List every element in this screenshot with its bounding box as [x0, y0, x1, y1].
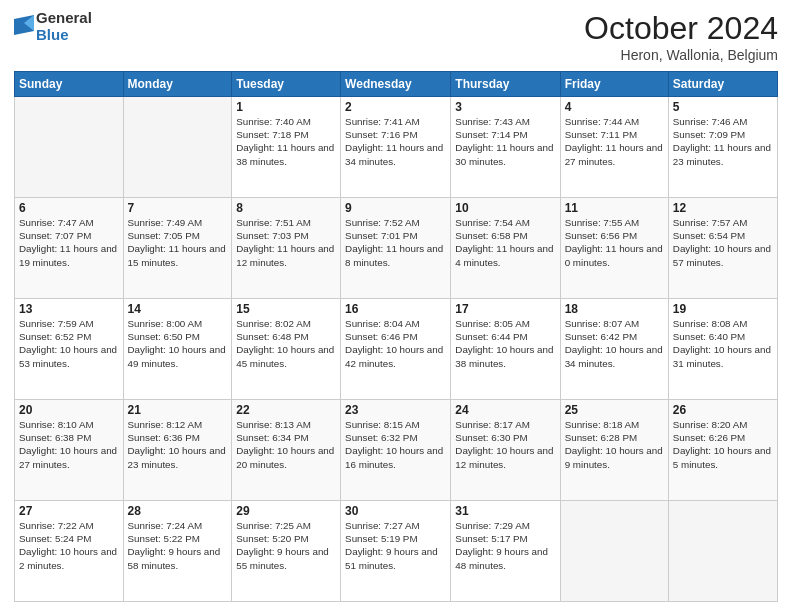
title-block: October 2024 Heron, Wallonia, Belgium	[584, 10, 778, 63]
day-info: Sunrise: 7:27 AM Sunset: 5:19 PM Dayligh…	[345, 519, 446, 572]
day-number: 13	[19, 302, 119, 316]
day-info: Sunrise: 8:20 AM Sunset: 6:26 PM Dayligh…	[673, 418, 773, 471]
day-info: Sunrise: 7:29 AM Sunset: 5:17 PM Dayligh…	[455, 519, 555, 572]
day-info: Sunrise: 8:18 AM Sunset: 6:28 PM Dayligh…	[565, 418, 664, 471]
calendar-cell: 23Sunrise: 8:15 AM Sunset: 6:32 PM Dayli…	[341, 400, 451, 501]
calendar-cell: 3Sunrise: 7:43 AM Sunset: 7:14 PM Daylig…	[451, 97, 560, 198]
calendar-cell: 11Sunrise: 7:55 AM Sunset: 6:56 PM Dayli…	[560, 198, 668, 299]
day-number: 30	[345, 504, 446, 518]
calendar-cell: 19Sunrise: 8:08 AM Sunset: 6:40 PM Dayli…	[668, 299, 777, 400]
calendar-cell: 30Sunrise: 7:27 AM Sunset: 5:19 PM Dayli…	[341, 501, 451, 602]
day-info: Sunrise: 8:15 AM Sunset: 6:32 PM Dayligh…	[345, 418, 446, 471]
calendar-cell: 31Sunrise: 7:29 AM Sunset: 5:17 PM Dayli…	[451, 501, 560, 602]
day-info: Sunrise: 7:57 AM Sunset: 6:54 PM Dayligh…	[673, 216, 773, 269]
day-number: 15	[236, 302, 336, 316]
location: Heron, Wallonia, Belgium	[584, 47, 778, 63]
calendar-cell: 4Sunrise: 7:44 AM Sunset: 7:11 PM Daylig…	[560, 97, 668, 198]
calendar-cell: 25Sunrise: 8:18 AM Sunset: 6:28 PM Dayli…	[560, 400, 668, 501]
calendar-cell: 20Sunrise: 8:10 AM Sunset: 6:38 PM Dayli…	[15, 400, 124, 501]
day-number: 20	[19, 403, 119, 417]
day-number: 27	[19, 504, 119, 518]
calendar-week-row: 27Sunrise: 7:22 AM Sunset: 5:24 PM Dayli…	[15, 501, 778, 602]
day-info: Sunrise: 8:05 AM Sunset: 6:44 PM Dayligh…	[455, 317, 555, 370]
day-number: 22	[236, 403, 336, 417]
day-info: Sunrise: 8:10 AM Sunset: 6:38 PM Dayligh…	[19, 418, 119, 471]
day-info: Sunrise: 7:52 AM Sunset: 7:01 PM Dayligh…	[345, 216, 446, 269]
calendar-week-row: 20Sunrise: 8:10 AM Sunset: 6:38 PM Dayli…	[15, 400, 778, 501]
day-number: 11	[565, 201, 664, 215]
col-wednesday: Wednesday	[341, 72, 451, 97]
calendar-cell: 13Sunrise: 7:59 AM Sunset: 6:52 PM Dayli…	[15, 299, 124, 400]
calendar-cell: 18Sunrise: 8:07 AM Sunset: 6:42 PM Dayli…	[560, 299, 668, 400]
day-number: 7	[128, 201, 228, 215]
calendar-cell: 9Sunrise: 7:52 AM Sunset: 7:01 PM Daylig…	[341, 198, 451, 299]
day-number: 24	[455, 403, 555, 417]
calendar-cell: 1Sunrise: 7:40 AM Sunset: 7:18 PM Daylig…	[232, 97, 341, 198]
day-info: Sunrise: 7:41 AM Sunset: 7:16 PM Dayligh…	[345, 115, 446, 168]
day-info: Sunrise: 7:43 AM Sunset: 7:14 PM Dayligh…	[455, 115, 555, 168]
day-number: 26	[673, 403, 773, 417]
logo: General Blue	[14, 10, 92, 43]
day-number: 10	[455, 201, 555, 215]
day-number: 25	[565, 403, 664, 417]
calendar-cell: 6Sunrise: 7:47 AM Sunset: 7:07 PM Daylig…	[15, 198, 124, 299]
day-info: Sunrise: 7:22 AM Sunset: 5:24 PM Dayligh…	[19, 519, 119, 572]
logo-general: General	[36, 10, 92, 27]
calendar-cell: 8Sunrise: 7:51 AM Sunset: 7:03 PM Daylig…	[232, 198, 341, 299]
day-info: Sunrise: 7:54 AM Sunset: 6:58 PM Dayligh…	[455, 216, 555, 269]
month-title: October 2024	[584, 10, 778, 47]
col-tuesday: Tuesday	[232, 72, 341, 97]
day-number: 14	[128, 302, 228, 316]
day-info: Sunrise: 7:47 AM Sunset: 7:07 PM Dayligh…	[19, 216, 119, 269]
day-info: Sunrise: 8:04 AM Sunset: 6:46 PM Dayligh…	[345, 317, 446, 370]
calendar-cell: 12Sunrise: 7:57 AM Sunset: 6:54 PM Dayli…	[668, 198, 777, 299]
day-info: Sunrise: 8:13 AM Sunset: 6:34 PM Dayligh…	[236, 418, 336, 471]
day-number: 2	[345, 100, 446, 114]
day-info: Sunrise: 8:02 AM Sunset: 6:48 PM Dayligh…	[236, 317, 336, 370]
day-number: 1	[236, 100, 336, 114]
day-number: 4	[565, 100, 664, 114]
day-info: Sunrise: 7:59 AM Sunset: 6:52 PM Dayligh…	[19, 317, 119, 370]
calendar-cell	[123, 97, 232, 198]
day-info: Sunrise: 8:12 AM Sunset: 6:36 PM Dayligh…	[128, 418, 228, 471]
page-container: General Blue October 2024 Heron, Walloni…	[0, 0, 792, 612]
day-number: 17	[455, 302, 555, 316]
calendar-week-row: 13Sunrise: 7:59 AM Sunset: 6:52 PM Dayli…	[15, 299, 778, 400]
day-number: 6	[19, 201, 119, 215]
day-info: Sunrise: 8:08 AM Sunset: 6:40 PM Dayligh…	[673, 317, 773, 370]
calendar-cell: 16Sunrise: 8:04 AM Sunset: 6:46 PM Dayli…	[341, 299, 451, 400]
calendar-header-row: Sunday Monday Tuesday Wednesday Thursday…	[15, 72, 778, 97]
day-info: Sunrise: 7:46 AM Sunset: 7:09 PM Dayligh…	[673, 115, 773, 168]
logo-blue-text: Blue	[36, 27, 92, 44]
day-info: Sunrise: 7:40 AM Sunset: 7:18 PM Dayligh…	[236, 115, 336, 168]
calendar-table: Sunday Monday Tuesday Wednesday Thursday…	[14, 71, 778, 602]
logo-text: General Blue	[36, 10, 92, 43]
calendar-cell: 22Sunrise: 8:13 AM Sunset: 6:34 PM Dayli…	[232, 400, 341, 501]
calendar-week-row: 1Sunrise: 7:40 AM Sunset: 7:18 PM Daylig…	[15, 97, 778, 198]
calendar-cell	[668, 501, 777, 602]
day-info: Sunrise: 8:00 AM Sunset: 6:50 PM Dayligh…	[128, 317, 228, 370]
day-number: 29	[236, 504, 336, 518]
col-sunday: Sunday	[15, 72, 124, 97]
calendar-cell: 5Sunrise: 7:46 AM Sunset: 7:09 PM Daylig…	[668, 97, 777, 198]
calendar-cell: 27Sunrise: 7:22 AM Sunset: 5:24 PM Dayli…	[15, 501, 124, 602]
calendar-cell: 7Sunrise: 7:49 AM Sunset: 7:05 PM Daylig…	[123, 198, 232, 299]
calendar-cell	[15, 97, 124, 198]
col-monday: Monday	[123, 72, 232, 97]
logo-icon	[14, 15, 34, 39]
calendar-cell: 29Sunrise: 7:25 AM Sunset: 5:20 PM Dayli…	[232, 501, 341, 602]
day-info: Sunrise: 7:55 AM Sunset: 6:56 PM Dayligh…	[565, 216, 664, 269]
col-saturday: Saturday	[668, 72, 777, 97]
day-number: 5	[673, 100, 773, 114]
calendar-week-row: 6Sunrise: 7:47 AM Sunset: 7:07 PM Daylig…	[15, 198, 778, 299]
col-thursday: Thursday	[451, 72, 560, 97]
day-info: Sunrise: 7:51 AM Sunset: 7:03 PM Dayligh…	[236, 216, 336, 269]
col-friday: Friday	[560, 72, 668, 97]
calendar-cell: 14Sunrise: 8:00 AM Sunset: 6:50 PM Dayli…	[123, 299, 232, 400]
day-info: Sunrise: 8:17 AM Sunset: 6:30 PM Dayligh…	[455, 418, 555, 471]
day-number: 3	[455, 100, 555, 114]
header: General Blue October 2024 Heron, Walloni…	[14, 10, 778, 63]
calendar-cell: 2Sunrise: 7:41 AM Sunset: 7:16 PM Daylig…	[341, 97, 451, 198]
day-number: 18	[565, 302, 664, 316]
day-number: 8	[236, 201, 336, 215]
